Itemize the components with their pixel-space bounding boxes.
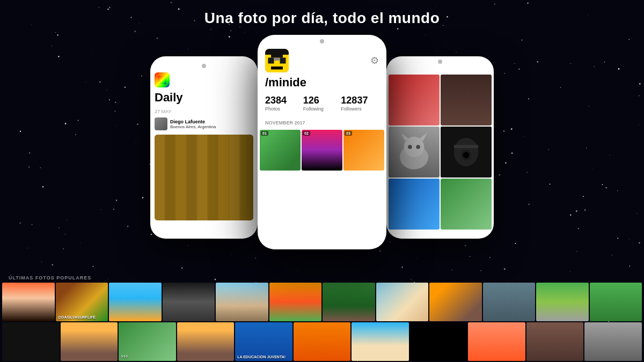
strip-photo-question: ??? bbox=[119, 322, 176, 361]
right-photo-3 bbox=[389, 127, 440, 178]
right-photo-2 bbox=[441, 75, 492, 125]
svg-rect-4 bbox=[187, 135, 196, 220]
grid-photo-2: 02 bbox=[302, 130, 342, 171]
strip-photo-road bbox=[536, 283, 589, 321]
followers-count: 12837 bbox=[341, 95, 379, 106]
following-count: 126 bbox=[303, 95, 341, 106]
followers-label: Followers bbox=[341, 106, 379, 112]
photo-strip-row1: @DASILVASURFLIFE bbox=[0, 283, 644, 321]
strip-photo-couple bbox=[429, 283, 482, 321]
svg-rect-15 bbox=[268, 58, 274, 64]
strip-photo-darth bbox=[410, 322, 467, 361]
following-label: Following bbox=[303, 106, 341, 112]
daily-photo bbox=[155, 135, 253, 220]
strip-photo-plaza bbox=[216, 283, 268, 321]
daily-user: Diego Lafuente Buenos Aires, Argentina bbox=[155, 117, 253, 130]
grid-photo-1: 01 bbox=[260, 130, 301, 171]
profile-photo-grid: 01 02 03 bbox=[258, 130, 386, 171]
svg-rect-7 bbox=[219, 135, 229, 220]
strip-photo-burger: @DASILVASURFLIFE bbox=[56, 283, 108, 321]
user-name-left: Diego Lafuente bbox=[170, 119, 216, 124]
profile-avatar bbox=[265, 49, 289, 72]
phones-container: Daily 27 MAY Diego Lafuente Buenos Aires… bbox=[134, 35, 510, 260]
svg-rect-29 bbox=[454, 145, 479, 148]
strip-photo-bike bbox=[483, 283, 536, 321]
right-photo-grid bbox=[386, 66, 494, 232]
center-camera bbox=[320, 39, 324, 43]
strip-photo-beach bbox=[109, 283, 162, 321]
profile-stats: 2384 Photos 126 Following 12837 Follower… bbox=[258, 95, 386, 118]
grid-photo-num-1: 01 bbox=[261, 131, 268, 136]
svg-rect-18 bbox=[271, 67, 283, 70]
svg-point-26 bbox=[416, 145, 420, 149]
hero-title: Una foto por día, todo el mundo bbox=[0, 10, 644, 27]
svg-rect-8 bbox=[230, 135, 239, 220]
svg-rect-19 bbox=[265, 49, 289, 55]
grid-photo-num-2: 02 bbox=[303, 131, 310, 136]
stat-followers: 12837 Followers bbox=[341, 95, 379, 112]
strip-photo-india bbox=[269, 283, 322, 321]
stat-photos: 2384 Photos bbox=[265, 95, 303, 112]
user-avatar-left bbox=[155, 117, 167, 130]
svg-rect-6 bbox=[208, 135, 218, 220]
daily-app-title: Daily bbox=[155, 91, 253, 105]
profile-username: /minide bbox=[258, 76, 386, 95]
svg-rect-16 bbox=[280, 58, 286, 64]
strip-photo-guy bbox=[61, 322, 118, 361]
grid-photo-3: 03 bbox=[343, 130, 384, 171]
phone-right bbox=[386, 56, 494, 239]
svg-rect-20 bbox=[271, 55, 283, 58]
right-photo-4 bbox=[441, 127, 492, 178]
svg-rect-3 bbox=[176, 135, 186, 220]
right-photo-6 bbox=[441, 179, 492, 230]
svg-point-22 bbox=[404, 137, 425, 157]
strip-photo-sunset bbox=[2, 283, 55, 321]
daily-logo bbox=[155, 72, 170, 87]
phone-left: Daily 27 MAY Diego Lafuente Buenos Aires… bbox=[150, 56, 258, 239]
strip-photo-guy2 bbox=[177, 322, 235, 361]
photo-strip-row2: ??? LA EDUCACION JUVENTA! bbox=[0, 322, 644, 361]
grid-photo-num-3: 03 bbox=[345, 131, 352, 136]
bottom-section: ÚLTIMAS FOTOS POPULARES @DASILVASURFLIFE… bbox=[0, 273, 644, 362]
strip-photo-man3 bbox=[294, 322, 351, 361]
stat-following: 126 Following bbox=[303, 95, 341, 112]
phone-center: ⚙ /minide 2384 Photos 126 Following 1283… bbox=[258, 35, 386, 249]
svg-rect-9 bbox=[240, 135, 253, 220]
strip-photo-alice: LA EDUCACION JUVENTA! bbox=[235, 322, 292, 361]
settings-icon[interactable]: ⚙ bbox=[370, 55, 379, 67]
profile-header: ⚙ bbox=[258, 43, 386, 76]
strip-photo-portrait bbox=[163, 283, 215, 321]
strip-photo-forest bbox=[323, 283, 375, 321]
strip-photo-man2 bbox=[526, 322, 584, 361]
question-overlay-text: ??? bbox=[121, 355, 128, 359]
svg-rect-17 bbox=[274, 58, 280, 61]
strip-photo-smoke bbox=[584, 322, 642, 361]
right-photo-5 bbox=[389, 179, 440, 230]
svg-point-31 bbox=[463, 152, 469, 158]
svg-point-25 bbox=[408, 145, 412, 149]
strip-photo-sign bbox=[590, 283, 642, 321]
strip-photo-dark bbox=[2, 322, 60, 361]
photos-count: 2384 bbox=[265, 95, 303, 106]
strip-photo-selfie bbox=[468, 322, 525, 361]
photos-label: Photos bbox=[265, 106, 303, 112]
user-location-left: Buenos Aires, Argentina bbox=[170, 124, 216, 129]
strip-photo-family bbox=[376, 283, 429, 321]
svg-rect-1 bbox=[155, 135, 164, 220]
section-label: ÚLTIMAS FOTOS POPULARES bbox=[0, 273, 644, 283]
alice-overlay-text: LA EDUCACION JUVENTA! bbox=[237, 355, 286, 359]
strip-photo-beachselfie bbox=[352, 322, 409, 361]
burger-overlay-text: @DASILVASURFLIFE bbox=[58, 315, 96, 319]
svg-rect-5 bbox=[197, 135, 207, 220]
svg-rect-2 bbox=[165, 135, 175, 220]
right-photo-1 bbox=[389, 75, 440, 125]
daily-date: 27 MAY bbox=[155, 109, 253, 114]
section-title: NOVEMBER 2017 bbox=[258, 118, 386, 130]
